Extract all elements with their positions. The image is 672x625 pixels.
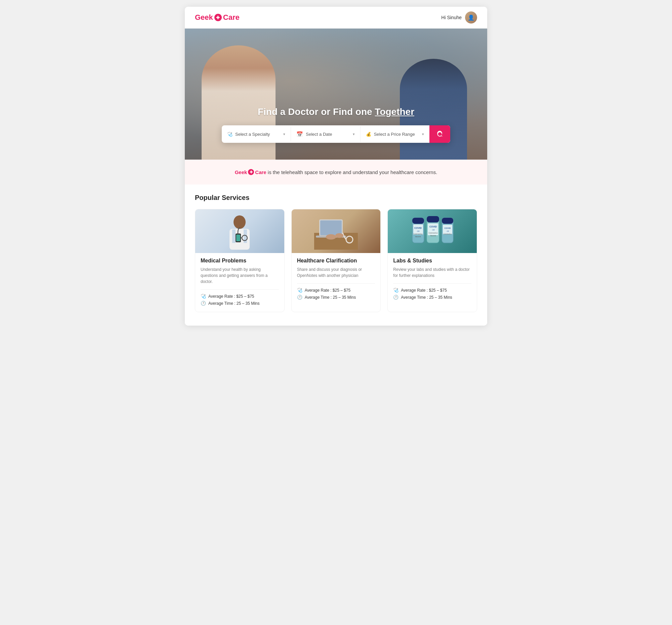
rate-value-3: Average Rate : $25 – $75 (401, 288, 447, 293)
svg-text:Vaccine: Vaccine (415, 236, 421, 238)
services-section: Popular Services (185, 185, 487, 326)
time-icon-2: 🕐 (297, 295, 303, 300)
hero-title: Find a Doctor or Find one Together (258, 106, 414, 117)
services-grid: Medical Problems Understand your health … (195, 209, 477, 312)
svg-rect-6 (236, 235, 240, 241)
rate-row-2: 🩺 Average Rate : $25 – $75 (297, 288, 375, 293)
rate-icon-2: 🩺 (297, 288, 303, 293)
service-meta-1: 🩺 Average Rate : $25 – $75 🕐 Average Tim… (200, 294, 279, 306)
time-value-3: Average Time : 25 – 35 Mins (401, 295, 452, 300)
services-title: Popular Services (195, 194, 477, 201)
svg-text:COVID: COVID (414, 227, 422, 229)
info-section: Geek ✚ Care is the telehealth space to e… (185, 160, 487, 185)
svg-rect-22 (427, 216, 439, 222)
svg-text:Coronavirus: Coronavirus (428, 232, 437, 234)
svg-rect-15 (412, 218, 424, 224)
labs-studies-icon: COVID -19 Coronavirus Vaccine COVID -19 … (411, 213, 454, 250)
time-row-3: 🕐 Average Time : 25 – 35 Mins (393, 295, 472, 300)
rate-value-1: Average Rate : $25 – $75 (208, 294, 254, 299)
price-placeholder: Select a Price Range (374, 132, 419, 137)
logo[interactable]: Geek ✚ Care (195, 13, 240, 22)
service-divider-2 (297, 283, 375, 284)
logo-geek-text: Geek (195, 13, 213, 22)
date-field[interactable]: 📅 Select a Date ▾ (291, 126, 360, 142)
svg-text:Coronavirus: Coronavirus (443, 233, 452, 235)
time-value-2: Average Time : 25 – 35 Mins (305, 295, 356, 300)
svg-point-13 (335, 233, 343, 238)
avatar[interactable]: 👤 (465, 11, 477, 24)
time-value-1: Average Time : 25 – 35 Mins (208, 301, 260, 306)
svg-point-12 (326, 234, 336, 240)
info-description: is the telehealth space to explore and u… (268, 169, 437, 175)
service-divider-1 (200, 289, 279, 290)
rate-icon-1: 🩺 (200, 294, 206, 299)
service-card-2: Healthcare Clarification Share and discu… (291, 209, 381, 312)
svg-rect-30 (443, 225, 452, 234)
specialty-field[interactable]: 🩺 Select a Specialty ▾ (222, 127, 291, 142)
brand-geek: Geek (235, 169, 247, 175)
hero-section: Find a Doctor or Find one Together 🩺 Sel… (185, 28, 487, 160)
time-icon-1: 🕐 (200, 301, 206, 306)
hero-title-part1: Find a Doctor or Find one (258, 106, 375, 117)
date-placeholder: Select a Date (306, 132, 350, 137)
specialty-icon: 🩺 (227, 132, 233, 137)
svg-text:-19: -19 (446, 230, 449, 232)
rate-row-3: 🩺 Average Rate : $25 – $75 (393, 288, 472, 293)
service-image-2 (292, 209, 381, 253)
service-card-3: COVID -19 Coronavirus Vaccine COVID -19 … (387, 209, 477, 312)
time-row-2: 🕐 Average Time : 25 – 35 Mins (297, 295, 375, 300)
rate-value-2: Average Rate : $25 – $75 (305, 288, 351, 293)
service-card-1: Medical Problems Understand your health … (195, 209, 285, 312)
svg-text:Coronavirus: Coronavirus (413, 233, 422, 235)
calendar-icon: 📅 (296, 131, 303, 138)
service-desc-1: Understand your health by asking questio… (200, 266, 279, 285)
search-bar: 🩺 Select a Specialty ▾ 📅 Select a Date ▾… (222, 125, 450, 143)
service-meta-3: 🩺 Average Rate : $25 – $75 🕐 Average Tim… (393, 288, 472, 300)
svg-rect-29 (442, 218, 453, 224)
specialty-placeholder: Select a Specialty (235, 132, 281, 137)
price-icon: 💰 (366, 132, 371, 137)
logo-cross-icon: ✚ (214, 14, 222, 21)
service-divider-3 (393, 283, 472, 284)
service-name-2: Healthcare Clarification (297, 258, 375, 264)
service-desc-3: Review your labs and studies with a doct… (393, 266, 472, 279)
time-row-1: 🕐 Average Time : 25 – 35 Mins (200, 301, 279, 306)
user-greeting: Hi Sinuhe (441, 15, 462, 20)
service-name-3: Labs & Studies (393, 258, 472, 264)
search-icon (436, 130, 443, 138)
svg-rect-9 (320, 220, 342, 235)
time-icon-3: 🕐 (393, 295, 399, 300)
brand-care: Care (255, 169, 266, 175)
service-body-3: Labs & Studies Review your labs and stud… (388, 253, 477, 306)
rate-icon-3: 🩺 (393, 288, 399, 293)
service-image-1 (195, 209, 284, 253)
svg-text:-19: -19 (431, 229, 434, 231)
svg-text:Vaccine: Vaccine (430, 235, 436, 237)
hero-title-underline: Together (375, 106, 414, 117)
service-body-1: Medical Problems Understand your health … (195, 253, 284, 312)
brand-inline: Geek ✚ Care (235, 169, 266, 175)
svg-point-0 (234, 215, 246, 229)
service-name-1: Medical Problems (200, 258, 279, 264)
healthcare-clarification-icon (314, 213, 358, 250)
svg-text:COVID: COVID (429, 225, 437, 228)
doctor-medical-icon (226, 213, 253, 250)
svg-text:-19: -19 (416, 230, 419, 232)
date-chevron-icon: ▾ (353, 132, 355, 137)
header: Geek ✚ Care Hi Sinuhe 👤 (185, 7, 487, 28)
price-field[interactable]: 💰 Select a Price Range ▾ (361, 127, 429, 142)
specialty-chevron-icon: ▾ (283, 132, 285, 137)
brand-icon: ✚ (248, 169, 254, 175)
svg-rect-2 (232, 230, 236, 243)
page-wrapper: Geek ✚ Care Hi Sinuhe 👤 Find a Doctor or… (185, 7, 487, 326)
svg-text:COVID: COVID (444, 227, 451, 229)
logo-care-text: Care (223, 13, 240, 22)
service-meta-2: 🩺 Average Rate : $25 – $75 🕐 Average Tim… (297, 288, 375, 300)
service-image-3: COVID -19 Coronavirus Vaccine COVID -19 … (388, 209, 477, 253)
search-button[interactable] (429, 125, 450, 143)
rate-row-1: 🩺 Average Rate : $25 – $75 (200, 294, 279, 299)
service-body-2: Healthcare Clarification Share and discu… (292, 253, 381, 306)
service-desc-2: Share and discuss your diagnosis or Open… (297, 266, 375, 279)
avatar-image: 👤 (465, 11, 477, 24)
price-chevron-icon: ▾ (422, 132, 424, 137)
